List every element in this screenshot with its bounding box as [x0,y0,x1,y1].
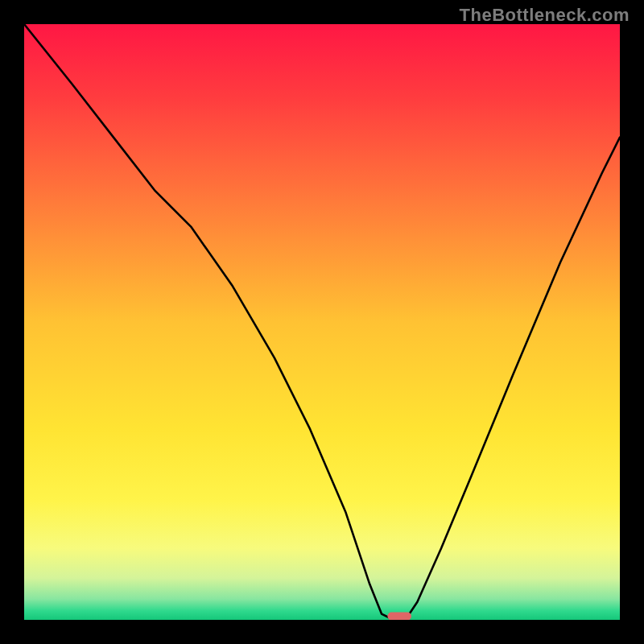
gradient-background [24,24,620,620]
watermark-text: TheBottleneck.com [460,5,630,26]
chart-container: TheBottleneck.com [0,0,644,644]
bottleneck-chart [24,24,620,620]
optimal-marker [387,613,411,620]
